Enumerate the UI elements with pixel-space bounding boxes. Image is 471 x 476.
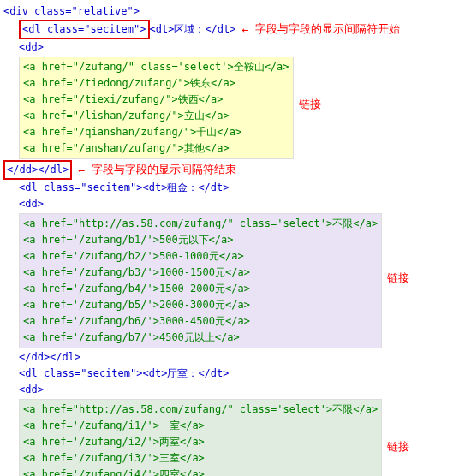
dl-close-1: </dl> xyxy=(38,164,69,176)
links-block-2: <a href="http://as.58.com/zufang/" class… xyxy=(19,213,382,348)
arrow-icon: ← xyxy=(78,162,85,178)
close-2: </dd></dl> xyxy=(19,351,80,363)
link-item: <a href='/zufang/b7/'>4500元以上</a> xyxy=(23,331,240,343)
dd-open-1: <dd> xyxy=(19,41,44,53)
annotation-end: 字段与字段的显示间隔符结束 xyxy=(92,163,236,176)
link-item: <a href="/tiexi/zufang/">铁西</a> xyxy=(23,93,224,105)
dl-head-2: <dl class="secitem"><dt>租金：</dt> xyxy=(19,181,230,193)
links-block-3: <a href="http://as.58.com/zufang/" class… xyxy=(19,399,382,476)
link-item: <a href='/zufang/i4/'>四室</a> xyxy=(23,468,205,476)
annotation-link-1: 链接 xyxy=(299,98,321,110)
dd-open-2: <dd> xyxy=(19,198,44,210)
annotation-begin: 字段与字段的显示间隔符开始 xyxy=(255,22,400,35)
link-item: <a href="/zufang/" class='select'>全鞍山</a… xyxy=(23,61,289,73)
dd-open-3: <dd> xyxy=(19,384,44,396)
annotation-link-3: 链接 xyxy=(387,440,409,453)
link-item: <a href='/zufang/b3/'>1000-1500元</a> xyxy=(23,266,250,278)
link-item: <a href='/zufang/b6/'>3000-4500元</a> xyxy=(23,315,250,327)
dd-close-1: </dd> xyxy=(7,164,38,176)
dl-open-1: <dl class="secitem"> xyxy=(22,23,146,35)
link-item: <a href="/qianshan/zufang/">千山</a> xyxy=(23,126,241,138)
link-item: <a href='/zufang/b1/'>500元以下</a> xyxy=(23,234,234,246)
link-item: <a href="http://as.58.com/zufang/" class… xyxy=(23,403,378,415)
link-item: <a href="/anshan/zufang/">其他</a> xyxy=(23,142,230,154)
link-item: <a href='/zufang/b5/'>2000-3000元</a> xyxy=(23,299,250,311)
dl-head-3: <dl class="secitem"><dt>厅室：</dt> xyxy=(19,367,230,379)
link-item: <a href='/zufang/b4/'>1500-2000元</a> xyxy=(23,283,250,295)
link-item: <a href='/zufang/i3/'>三室</a> xyxy=(23,452,205,464)
link-item: <a href='/zufang/b2/'>500-1000元</a> xyxy=(23,250,244,262)
dt-1: <dt>区域：</dt> xyxy=(150,23,236,35)
link-item: <a href="/lishan/zufang/">立山</a> xyxy=(23,110,230,122)
link-item: <a href='/zufang/i2/'>两室</a> xyxy=(23,436,205,448)
links-block-1: <a href="/zufang/" class='select'>全鞍山</a… xyxy=(19,57,294,159)
link-item: <a href="/tiedong/zufang/">铁东</a> xyxy=(23,77,236,89)
div-open: <div class="relative"> xyxy=(3,5,140,17)
link-item: <a href='/zufang/i1/'>一室</a> xyxy=(23,419,205,431)
annotation-link-2: 链接 xyxy=(387,271,409,284)
arrow-icon: ← xyxy=(242,21,249,38)
link-item: <a href="http://as.58.com/zufang/" class… xyxy=(23,217,378,229)
